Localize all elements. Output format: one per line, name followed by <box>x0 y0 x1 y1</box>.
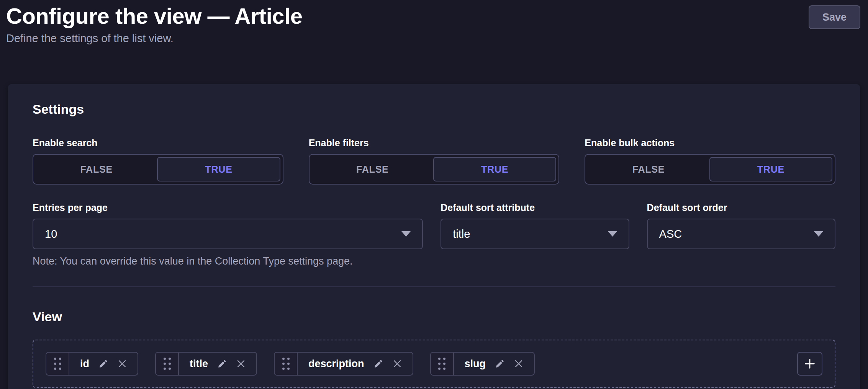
close-icon[interactable] <box>393 359 402 368</box>
page-title: Configure the view — Article <box>6 4 302 28</box>
close-icon[interactable] <box>514 359 523 368</box>
toggle-field-enable-bulk-actions: Enable bulk actions FALSE TRUE <box>585 137 835 185</box>
field-label: Enable filters <box>309 137 560 149</box>
header-titles: Configure the view — Article Define the … <box>6 4 302 45</box>
field-label: Entries per page <box>33 202 423 213</box>
selects-row: Entries per page 10 Note: You can overri… <box>33 202 835 267</box>
default-sort-order-select[interactable]: ASC <box>647 219 835 249</box>
default-sort-attribute-field: Default sort attribute title <box>441 202 629 267</box>
section-title-settings: Settings <box>33 102 835 117</box>
pencil-icon <box>98 359 108 369</box>
drag-handle-icon[interactable] <box>156 353 179 375</box>
chevron-down-icon <box>814 231 823 237</box>
field-chip-label: description <box>308 358 364 370</box>
toggle-true-option[interactable]: TRUE <box>709 157 832 181</box>
select-value: ASC <box>659 228 682 240</box>
field-chip-label: slug <box>465 358 486 370</box>
toggle-false-option[interactable]: FALSE <box>312 157 433 181</box>
chevron-down-icon <box>608 231 617 237</box>
drag-handle-icon[interactable] <box>275 353 298 375</box>
drag-handle-icon[interactable] <box>46 353 69 375</box>
chevron-down-icon <box>401 231 411 237</box>
enable-search-toggle: FALSE TRUE <box>33 154 283 185</box>
page-header: Configure the view — Article Define the … <box>0 0 868 45</box>
toggle-field-enable-filters: Enable filters FALSE TRUE <box>309 137 560 185</box>
settings-card: Settings Enable search FALSE TRUE Enable… <box>8 84 860 389</box>
field-chip-title[interactable]: title <box>155 352 257 376</box>
pencil-icon <box>217 359 227 369</box>
add-field-button[interactable] <box>797 352 822 376</box>
field-chip-id[interactable]: id <box>46 352 138 376</box>
field-chip-label: title <box>190 358 208 370</box>
toggle-false-option[interactable]: FALSE <box>36 157 157 181</box>
edit-field-button[interactable] <box>98 359 108 369</box>
section-divider <box>33 286 835 287</box>
toggles-row: Enable search FALSE TRUE Enable filters … <box>33 137 835 185</box>
field-label: Enable search <box>33 137 283 149</box>
toggle-false-option[interactable]: FALSE <box>588 157 709 181</box>
entries-per-page-hint: Note: You can override this value in the… <box>33 255 423 267</box>
field-label: Default sort order <box>647 202 835 213</box>
pencil-icon <box>373 359 383 369</box>
field-label: Default sort attribute <box>441 202 629 213</box>
close-icon[interactable] <box>236 359 246 368</box>
enable-filters-toggle: FALSE TRUE <box>309 154 560 185</box>
default-sort-order-field: Default sort order ASC <box>647 202 835 267</box>
entries-per-page-select[interactable]: 10 <box>33 219 423 249</box>
pencil-icon <box>495 359 505 369</box>
edit-field-button[interactable] <box>217 359 227 369</box>
toggle-true-option[interactable]: TRUE <box>433 157 556 181</box>
edit-field-button[interactable] <box>495 359 505 369</box>
default-sort-attribute-select[interactable]: title <box>441 219 629 249</box>
field-layout-container: id title <box>33 340 835 388</box>
close-icon[interactable] <box>118 359 127 368</box>
toggle-field-enable-search: Enable search FALSE TRUE <box>33 137 283 185</box>
select-value: title <box>453 228 470 240</box>
field-label: Enable bulk actions <box>585 137 835 149</box>
configure-view-page: Configure the view — Article Define the … <box>0 0 868 389</box>
toggle-true-option[interactable]: TRUE <box>157 157 280 181</box>
select-value: 10 <box>45 228 57 240</box>
edit-field-button[interactable] <box>373 359 383 369</box>
field-chip-label: id <box>80 358 89 370</box>
page-subtitle: Define the settings of the list view. <box>6 31 302 45</box>
save-button[interactable]: Save <box>809 5 860 29</box>
field-chip-slug[interactable]: slug <box>430 352 535 376</box>
field-chip-description[interactable]: description <box>274 352 413 376</box>
section-title-view: View <box>33 309 835 324</box>
entries-per-page-field: Entries per page 10 Note: You can overri… <box>33 202 423 267</box>
plus-icon <box>803 357 816 370</box>
drag-handle-icon[interactable] <box>431 353 454 375</box>
enable-bulk-actions-toggle: FALSE TRUE <box>585 154 835 185</box>
